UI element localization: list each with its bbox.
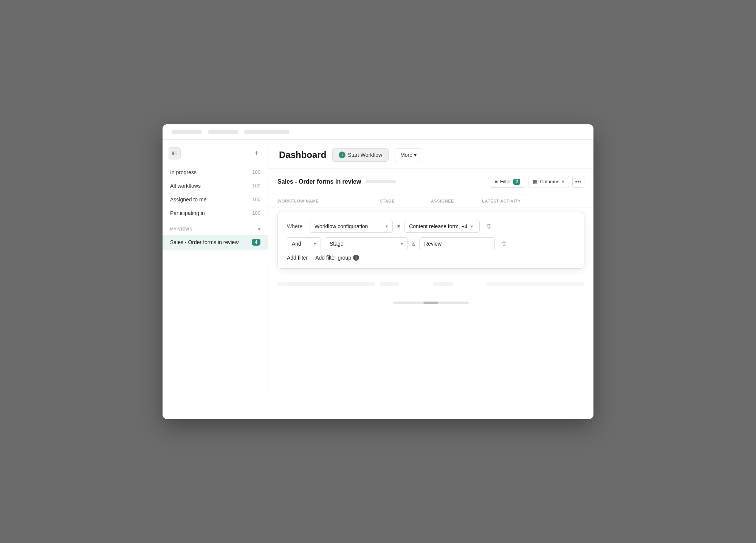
filter-value-1-chevron: ▾ <box>471 224 473 229</box>
filter-field-2-select[interactable]: Stage ▾ <box>325 237 408 250</box>
view-title: Sales - Order forms in review <box>277 178 396 185</box>
sidebar-header: + <box>163 147 268 166</box>
add-filter-group-link[interactable]: Add filter group i <box>315 255 359 261</box>
horizontal-scrollbar-track[interactable] <box>393 302 469 304</box>
sidebar-item-assigned-to-me[interactable]: Assigned to me 100 <box>163 193 268 206</box>
filter-icon: ≡ <box>495 179 498 184</box>
sidebar-item-all-workflows[interactable]: All workflows 100 <box>163 179 268 193</box>
more-dots-icon: ••• <box>575 178 582 185</box>
where-label: Where <box>287 223 306 229</box>
svg-rect-3 <box>175 155 177 155</box>
sidebar-toggle-btn[interactable] <box>169 147 181 159</box>
nav-pill-1 <box>172 130 202 134</box>
svg-rect-0 <box>172 152 174 155</box>
view-actions: ≡ Filter 2 ▦ Columns 5 ••• <box>490 176 584 188</box>
start-workflow-button[interactable]: + Start Workflow <box>332 148 389 162</box>
sidebar-item-participating-in[interactable]: Participating in 100 <box>163 206 268 220</box>
filter-is-1: is <box>397 223 400 229</box>
horizontal-scrollbar-thumb[interactable] <box>423 302 438 304</box>
top-nav <box>163 124 593 140</box>
filter-value-2-input[interactable]: Review <box>419 237 495 250</box>
page-header: Dashboard + Start Workflow More ▾ <box>268 140 593 169</box>
sidebar: + In progress 100 All workflows 100 Assi… <box>163 140 268 397</box>
sidebar-item-in-progress[interactable]: In progress 100 <box>163 166 268 179</box>
filter-field-1-select[interactable]: Workflow configuration ▾ <box>310 220 393 233</box>
filter-footer: Add filter Add filter group i <box>287 255 575 261</box>
filter-field-1-chevron: ▾ <box>386 224 388 229</box>
info-icon: i <box>353 255 359 261</box>
nav-pill-2 <box>208 130 238 134</box>
col-header-latest-activity: LATEST ACTIVITY <box>482 199 584 203</box>
filter-delete-1-button[interactable] <box>483 221 494 232</box>
table-body-blurred <box>268 273 593 295</box>
filter-is-2: is <box>412 241 415 247</box>
filter-and-chevron: ▾ <box>314 241 316 246</box>
my-views-section: MY VIEWS ▾ <box>163 220 268 235</box>
view-more-button[interactable]: ••• <box>572 176 584 188</box>
filter-delete-2-button[interactable] <box>499 238 509 249</box>
columns-icon: ▦ <box>533 179 538 184</box>
sidebar-add-btn[interactable]: + <box>251 148 262 159</box>
table-header: WORKFLOW NAME STAGE ASSIGNEE LATEST ACTI… <box>268 195 593 207</box>
my-views-chevron[interactable]: ▾ <box>258 226 261 232</box>
start-workflow-plus-icon: + <box>339 152 345 158</box>
col-header-workflow-name: WORKFLOW NAME <box>277 199 380 203</box>
add-filter-link[interactable]: Add filter <box>287 255 308 261</box>
table-row <box>277 278 584 291</box>
sidebar-active-badge: 4 <box>252 239 260 246</box>
columns-button[interactable]: ▦ Columns 5 <box>528 176 569 187</box>
filter-row-2: And ▾ Stage ▾ is Review <box>287 237 575 250</box>
filter-row-1: Where Workflow configuration ▾ is Conten… <box>287 220 575 233</box>
filter-popup: Where Workflow configuration ▾ is Conten… <box>277 212 584 269</box>
filter-value-1-select[interactable]: Content release form, +4 ▾ <box>404 220 480 233</box>
filter-and-select[interactable]: And ▾ <box>287 237 321 250</box>
sidebar-active-view[interactable]: Sales - Order forms in review 4 <box>163 235 268 250</box>
nav-pill-3 <box>244 130 290 134</box>
svg-rect-2 <box>175 153 177 154</box>
more-chevron-icon: ▾ <box>414 152 417 158</box>
filter-button[interactable]: ≡ Filter 2 <box>490 176 525 188</box>
filter-field-2-chevron: ▾ <box>401 241 403 246</box>
page-title: Dashboard <box>279 150 326 160</box>
svg-rect-1 <box>175 152 177 152</box>
view-header: Sales - Order forms in review ≡ Filter 2… <box>268 169 593 195</box>
col-header-assignee: ASSIGNEE <box>431 199 482 203</box>
view-loading-indicator <box>366 180 396 183</box>
filter-count-badge: 2 <box>513 179 521 185</box>
more-button[interactable]: More ▾ <box>395 149 422 161</box>
bottom-scrollbar-area <box>268 295 593 310</box>
col-header-stage: STAGE <box>380 199 431 203</box>
